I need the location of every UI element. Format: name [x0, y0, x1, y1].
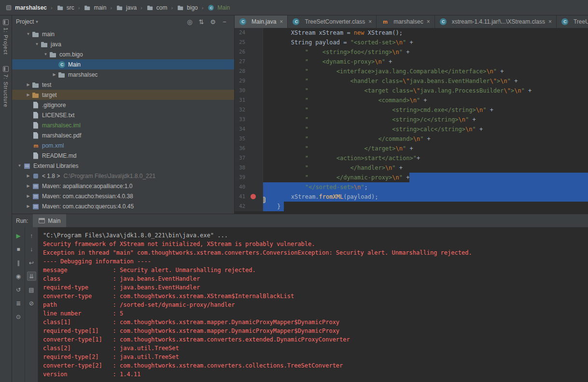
code-line-32[interactable]: 32 " <string>cmd.exe</string>\n" + [235, 105, 588, 115]
gutter-line-41[interactable]: 41 [235, 192, 263, 202]
gutter-line-25[interactable]: 25 [235, 38, 263, 47]
breadcrumb-marshalsec[interactable]: marshalsec [5, 4, 47, 12]
restore-layout-button[interactable]: ↺ [14, 285, 23, 294]
tree-item-main[interactable]: ▼main [12, 29, 234, 39]
gutter-line-28[interactable]: 28 [235, 67, 263, 76]
code-line-34[interactable]: 34 " <string>calc</string>\n" + [235, 124, 588, 134]
close-icon[interactable]: × [368, 18, 372, 25]
rerun-button[interactable]: ▶ [14, 231, 23, 240]
chevron-down-icon[interactable]: ▼ [33, 42, 41, 46]
gutter-line-39[interactable]: 39 [235, 173, 263, 182]
editor-code[interactable]: 24 XStream xStream = new XStream();25 St… [235, 28, 588, 214]
tool-window-button-structure[interactable]: 7: Structure [3, 66, 9, 108]
down-stack-trace-button[interactable]: ↓ [27, 245, 36, 254]
breadcrumb-main[interactable]: main [84, 4, 106, 12]
tree-item-target[interactable]: ▶target [12, 90, 234, 100]
tree-item-1-8[interactable]: ▶< 1.8 >C:\Program Files\Java\jdk1.8.0_2… [12, 171, 234, 181]
code-line-27[interactable]: 27 " <dynamic-proxy>\n" + [235, 57, 588, 67]
run-tab-main[interactable]: Main [33, 214, 66, 227]
chevron-right-icon[interactable]: ▶ [25, 194, 32, 198]
editor-tab-marshalsec[interactable]: mmarshalsec× [377, 15, 434, 28]
settings-button[interactable]: ⚙ [207, 18, 219, 26]
tree-item-marshalsec-iml[interactable]: marshalsec.iml [12, 120, 234, 130]
breadcrumb-com[interactable]: com [146, 4, 168, 12]
editor-tab-treeun[interactable]: CTreeUn× [557, 15, 588, 28]
gutter-line-26[interactable]: 26 [235, 47, 263, 57]
clear-all-button[interactable]: ⊘ [27, 299, 36, 308]
gutter-line-27[interactable]: 27 [235, 57, 263, 67]
close-icon[interactable]: × [548, 18, 552, 25]
gutter-line-33[interactable]: 33 [235, 115, 263, 124]
code-line-39[interactable]: 39 " </dynamic-proxy>\n" + [235, 173, 588, 182]
code-line-33[interactable]: 33 " <string>/c</string>\n" + [235, 115, 588, 124]
pin-tab-button[interactable]: ⊙ [14, 312, 23, 321]
chevron-right-icon[interactable]: ▶ [25, 93, 32, 97]
project-view-selector[interactable]: Project ▾ [16, 18, 38, 25]
pause-output-button[interactable]: ∥ [14, 258, 23, 267]
breadcrumb-main[interactable]: CMain [207, 4, 230, 12]
tree-item-maven-aopalliance-aopalliance-1-0[interactable]: ▶Maven: aopalliance:aopalliance:1.0 [12, 181, 234, 191]
code-line-25[interactable]: 25 String payload = "<sorted-set>\n" + [235, 38, 588, 47]
code-line-26[interactable]: 26 " <string>foo</string>\n" + [235, 47, 588, 57]
chevron-right-icon[interactable]: ▶ [25, 82, 32, 87]
code-line-31[interactable]: 31 " <command>\n" + [235, 96, 588, 105]
chevron-right-icon[interactable]: ▶ [25, 184, 32, 188]
code-line-37[interactable]: 37 " <action>start</action>"+ [235, 153, 588, 163]
tree-item-marshalsec-pdf[interactable]: marshalsec.pdf [12, 130, 234, 140]
tree-item-license-txt[interactable]: LICENSE.txt [12, 110, 234, 120]
gutter-line-40[interactable]: 40 [235, 182, 263, 192]
editor-tab-xstream-1-4-11-jar-xstream-class[interactable]: Cxstream-1.4.11.jar!\...\XStream.class× [435, 15, 557, 28]
gutter-line-37[interactable]: 37 [235, 153, 263, 163]
soft-wrap-button[interactable]: ↩ [27, 258, 36, 267]
gutter-line-29[interactable]: 29 [235, 76, 263, 86]
code-line-41[interactable]: 41 xStream.fromXML(payload); [235, 192, 588, 202]
tree-item-gitignore[interactable]: .gitignore [12, 100, 234, 110]
chevron-right-icon[interactable]: ▶ [25, 174, 32, 178]
gutter-line-30[interactable]: 30 [235, 86, 263, 96]
collapse-all-button[interactable]: ⇅ [196, 18, 207, 26]
gutter-line-35[interactable]: 35 [235, 134, 263, 144]
locate-file-button[interactable]: ◎ [184, 18, 196, 26]
gutter-line-31[interactable]: 31 [235, 96, 263, 105]
up-stack-trace-button[interactable]: ↑ [27, 231, 36, 240]
scroll-to-end-button[interactable]: ⇊ [27, 272, 36, 281]
code-line-28[interactable]: 28 " <interface>java.lang.Comparable</in… [235, 67, 588, 76]
tree-item-pom-xml[interactable]: mpom.xml [12, 140, 234, 150]
tree-item-external-libraries[interactable]: ▼External Libraries [12, 161, 234, 171]
gutter-line-38[interactable]: 38 [235, 163, 263, 173]
console-output[interactable]: "C:\Program Files\Java\jdk1.8.0_221\bin\… [38, 227, 588, 382]
gutter-line-36[interactable]: 36 [235, 144, 263, 153]
gutter-line-42[interactable]: 42 [235, 202, 263, 211]
gutter-line-32[interactable]: 32 [235, 105, 263, 115]
editor-tab-treesetconverter-class[interactable]: CTreeSetConverter.class× [288, 15, 377, 28]
chevron-down-icon[interactable]: ▼ [25, 32, 32, 36]
tree-item-readme-md[interactable]: README.md [12, 150, 234, 161]
close-icon[interactable]: × [280, 18, 283, 25]
tree-item-marshalsec[interactable]: ▶marshalsec [12, 69, 234, 80]
tree-item-maven-com-caucho-hessian-4-0-38[interactable]: ▶Maven: com.caucho:hessian:4.0.38 [12, 191, 234, 201]
code-line-40[interactable]: 40 "</sorted-set>\n"; [235, 182, 588, 192]
tree-item-java[interactable]: ▼java [12, 39, 234, 49]
code-line-29[interactable]: 29 " <handler class=\"java.beans.EventHa… [235, 76, 588, 86]
breadcrumb-bigo[interactable]: bigo [177, 4, 198, 12]
code-line-36[interactable]: 36 " </target>\n" + [235, 144, 588, 153]
tree-item-test[interactable]: ▶test [12, 80, 234, 90]
tree-item-com-bigo[interactable]: ▼com.bigo [12, 49, 234, 59]
editor-tab-main-java[interactable]: CMain.java× [235, 15, 288, 28]
code-line-38[interactable]: 38 " </handler>\n" + [235, 163, 588, 173]
stop-button[interactable]: ■ [14, 245, 23, 254]
breadcrumb-java[interactable]: java [116, 4, 137, 12]
layout-settings-button[interactable]: ≣ [14, 299, 23, 308]
print-button[interactable]: ▤ [27, 285, 36, 294]
close-icon[interactable]: × [427, 18, 430, 25]
tree-item-main[interactable]: CMain [12, 59, 234, 69]
chevron-down-icon[interactable]: ▼ [42, 52, 49, 56]
chevron-right-icon[interactable]: ▶ [51, 72, 58, 77]
breadcrumb-src[interactable]: src [56, 4, 74, 12]
hide-panel-button[interactable]: − [219, 18, 230, 26]
code-line-24[interactable]: 24 XStream xStream = new XStream(); [235, 28, 588, 38]
tree-item-maven-com-caucho-quercus-4-0-45[interactable]: ▶Maven: com.caucho:quercus:4.0.45 [12, 201, 234, 211]
chevron-right-icon[interactable]: ▶ [25, 204, 32, 208]
code-line-42[interactable]: 42 } [235, 202, 588, 211]
code-line-35[interactable]: 35 " </command>\n" + [235, 134, 588, 144]
